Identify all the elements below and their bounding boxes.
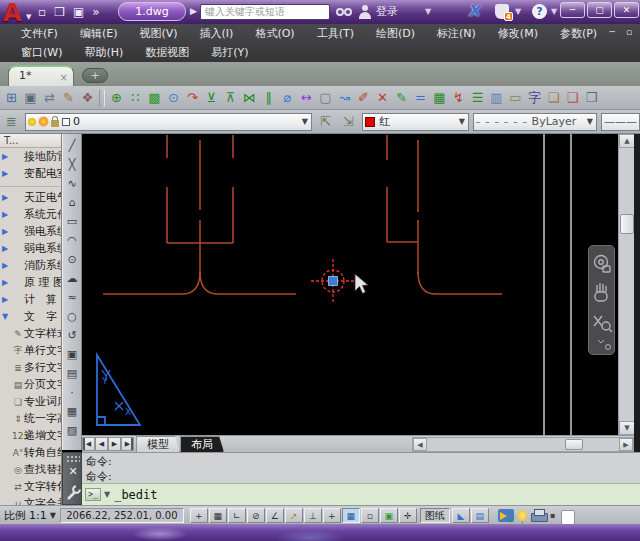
toolbar-button[interactable]: ⌀ bbox=[278, 88, 297, 108]
status-toggle-button[interactable]: ▫ bbox=[361, 508, 379, 523]
draw-tool-button[interactable]: ↺ bbox=[67, 326, 76, 345]
toolbar-button[interactable]: ↷ bbox=[183, 88, 202, 108]
layer-properties-icon[interactable]: ≣ bbox=[2, 112, 21, 132]
search-icon[interactable] bbox=[336, 8, 352, 17]
command-prompt-icon[interactable]: >_ bbox=[85, 488, 101, 501]
toolbar-button[interactable]: ⊻ bbox=[202, 88, 221, 108]
toolbar-button[interactable]: ⊙ bbox=[164, 88, 183, 108]
status-toggle-button[interactable]: ∟ bbox=[228, 508, 246, 523]
draw-tool-button[interactable]: ☁ bbox=[67, 269, 78, 288]
toolbar-button[interactable]: ▢ bbox=[316, 88, 335, 108]
palette-item[interactable]: ▤ 分页文字 bbox=[0, 376, 61, 393]
help-dropdown-icon[interactable]: ▼ bbox=[551, 7, 557, 16]
zoom-icon[interactable] bbox=[594, 316, 612, 332]
layout-nav-button[interactable]: ▶ bbox=[121, 437, 134, 451]
status-toggle-button[interactable]: ∠ bbox=[266, 508, 284, 523]
toolbar-button[interactable]: ∥ bbox=[259, 88, 278, 108]
file-tab-arrow-icon[interactable]: ▶ bbox=[190, 6, 197, 16]
window-control-button[interactable]: ✕ bbox=[614, 2, 639, 18]
toolbar-button[interactable]: ☰ bbox=[468, 88, 487, 108]
toolbar-button[interactable]: ❖ bbox=[78, 88, 97, 108]
palette-item[interactable]: ∪ 文字合并 bbox=[0, 495, 61, 505]
user-icon[interactable] bbox=[358, 5, 372, 19]
menu-item[interactable]: 易打(Y) bbox=[200, 45, 259, 60]
status-toggle-button[interactable]: ▦ bbox=[342, 508, 360, 523]
status-toggle-button[interactable]: ▦ bbox=[209, 508, 227, 523]
command-input-value[interactable]: _bedit bbox=[114, 488, 157, 502]
desktop-taskbar[interactable] bbox=[0, 524, 640, 541]
status-toggle-button[interactable]: ⊥ bbox=[304, 508, 322, 523]
toolbar-button[interactable]: ✕ bbox=[373, 88, 392, 108]
menu-item[interactable]: 窗口(W) bbox=[10, 45, 73, 60]
command-window-grab-bar[interactable]: ✕ bbox=[62, 452, 82, 505]
draw-tool-button[interactable]: ▨ bbox=[67, 421, 77, 440]
toolbar-button[interactable]: ▥ bbox=[487, 88, 506, 108]
toolbar-button[interactable]: ❒ bbox=[582, 88, 601, 108]
layout-nav-button[interactable]: ◀ bbox=[95, 437, 108, 451]
menu-item[interactable]: 参数(P) bbox=[549, 26, 608, 41]
qat-button[interactable]: ▫ bbox=[38, 5, 46, 19]
palette-item[interactable]: ❏ 专业词库 bbox=[0, 393, 61, 410]
toolbar-button[interactable]: ❏ bbox=[544, 88, 563, 108]
toolbar-button[interactable]: ⊼ bbox=[221, 88, 240, 108]
layout-tab[interactable]: 模型 bbox=[136, 436, 180, 452]
grip-point[interactable] bbox=[329, 277, 338, 286]
toolbar-button[interactable]: ✐ bbox=[354, 88, 373, 108]
draw-tool-button[interactable]: ▤ bbox=[67, 364, 77, 383]
sign-in-dropdown-icon[interactable]: ▼ bbox=[425, 7, 431, 16]
toolbar-button[interactable]: ▦ bbox=[430, 88, 449, 108]
qat-button[interactable]: ▣ bbox=[73, 5, 84, 19]
toolbar-button[interactable]: ⋈ bbox=[240, 88, 259, 108]
horizontal-scrollbar[interactable]: ◀ ▶ bbox=[412, 437, 634, 452]
steering-wheel-icon[interactable] bbox=[595, 256, 611, 273]
palette-item[interactable]: ◎ 查找替换 bbox=[0, 461, 61, 478]
palette-item[interactable]: ▶ 天正电气 bbox=[0, 189, 61, 206]
status-menu-dot-icon[interactable]: ▪ bbox=[550, 511, 555, 520]
palette-item[interactable]: ▶ 强电系统 bbox=[0, 223, 61, 240]
menu-item[interactable]: 工具(T) bbox=[306, 26, 365, 41]
toolbar-button[interactable]: ↝ bbox=[335, 88, 354, 108]
layer-previous-button[interactable]: ⇲ bbox=[339, 112, 358, 132]
qat-button[interactable]: » bbox=[92, 5, 99, 19]
drawing-canvas[interactable]: Y X bbox=[82, 134, 618, 435]
menu-item[interactable]: 视图(V) bbox=[128, 26, 188, 41]
palette-title[interactable]: T... bbox=[0, 134, 61, 148]
menu-item[interactable]: 格式(O) bbox=[244, 26, 305, 41]
qat-button[interactable]: ❒ bbox=[54, 5, 65, 19]
vertical-scrollbar[interactable]: ▲ ▼ bbox=[618, 134, 634, 435]
new-tab-button[interactable]: + bbox=[82, 68, 108, 83]
coordinates-readout[interactable]: 2066.22, 252.01, 0.00 bbox=[60, 508, 184, 523]
menu-item[interactable]: 数据视图 bbox=[134, 45, 200, 60]
plot-icon[interactable] bbox=[531, 509, 546, 521]
exchange-apps-icon[interactable]: 4 bbox=[495, 4, 509, 19]
draw-tool-button[interactable]: ╱ bbox=[69, 136, 76, 155]
palette-item[interactable]: ⇄ 文字转化 bbox=[0, 478, 61, 495]
layout-nav-button[interactable]: ▶ bbox=[108, 437, 121, 451]
toolbar-button[interactable]: = bbox=[411, 88, 430, 108]
scroll-up-icon[interactable]: ▲ bbox=[619, 134, 635, 148]
navbar-customize-icon[interactable] bbox=[606, 345, 611, 350]
drawing-tab[interactable]: 1* × bbox=[8, 65, 74, 86]
palette-item[interactable]: ⇕ 统一字高 bbox=[0, 410, 61, 427]
palette-item[interactable] bbox=[0, 182, 61, 187]
status-toggle-button[interactable]: ✛ bbox=[399, 508, 417, 523]
sign-in-label[interactable]: 登录 bbox=[376, 4, 398, 19]
toolbar-button[interactable]: ▣ bbox=[21, 88, 40, 108]
status-toggle-button[interactable]: ▣ bbox=[380, 508, 398, 523]
annotation-button[interactable]: ◣ bbox=[452, 508, 470, 523]
toolbar-button[interactable]: ✎ bbox=[392, 88, 411, 108]
palette-item[interactable]: ▶ 接地防雷 bbox=[0, 148, 61, 165]
palette-item[interactable]: ▶ 变配电室 bbox=[0, 165, 61, 182]
status-toggle-button[interactable]: ⊘ bbox=[247, 508, 265, 523]
toolbar-button[interactable]: ✎ bbox=[59, 88, 78, 108]
draw-tool-button[interactable]: ▭ bbox=[67, 212, 77, 231]
paper-space-button[interactable]: 图纸 bbox=[420, 508, 450, 523]
menu-item[interactable]: 绘图(D) bbox=[365, 26, 426, 41]
command-options-icon[interactable]: ▼ bbox=[104, 490, 110, 499]
draw-tool-button[interactable]: ≈ bbox=[67, 288, 76, 307]
toolbar-button[interactable]: ⊞ bbox=[2, 88, 21, 108]
hscroll-thumb[interactable] bbox=[565, 439, 583, 450]
scroll-down-icon[interactable]: ▼ bbox=[619, 421, 635, 435]
palette-item[interactable]: ▶ 弱电系统 bbox=[0, 240, 61, 257]
annotation-button[interactable]: ▤ bbox=[471, 508, 489, 523]
